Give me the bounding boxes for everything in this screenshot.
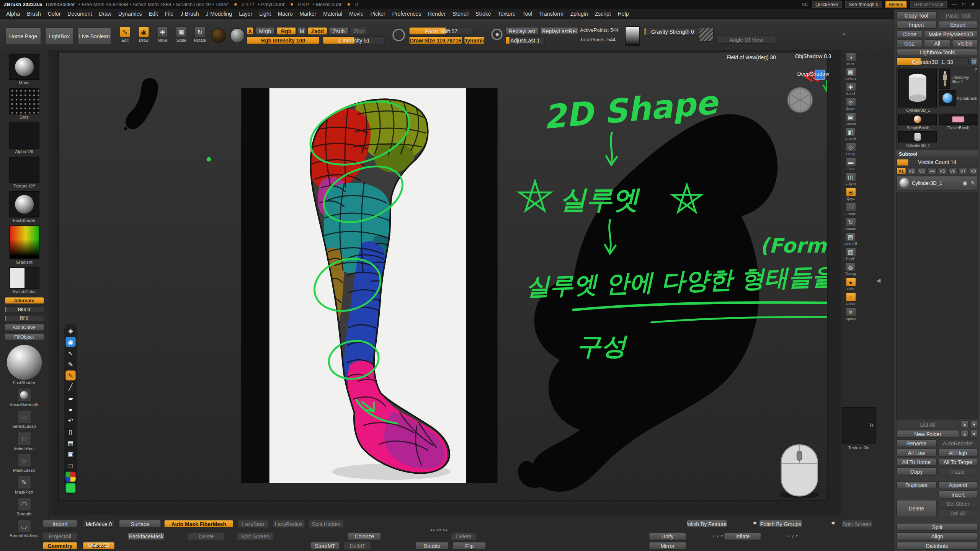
append-button[interactable]: Append [938,481,978,489]
shelf-overflow-arrow[interactable]: » [843,30,845,39]
subtool-list-item[interactable]: Cylinder3D_1 ◉ ✎ [896,176,978,191]
menu-item[interactable]: Zscript [595,10,611,16]
folder-up-arrow[interactable]: ▲ [960,430,969,438]
current-material-sphere[interactable] [7,345,41,380]
alpha-off-thumbnail[interactable] [9,122,39,149]
mirror-button[interactable]: Mirror [649,542,686,550]
version-tab[interactable]: V3 [917,168,926,174]
menu-item[interactable]: Macro [278,10,293,16]
autoreorder-button[interactable]: AutoReorder [938,439,978,447]
cylinder-small-thumbnail[interactable] [898,131,937,142]
shelf-button[interactable]: ✚ Scroll [845,83,856,96]
menu-item[interactable]: Material [323,10,342,16]
version-tab[interactable]: V4 [927,168,937,174]
shelf-button[interactable]: □ Frame [845,202,856,215]
home-page-button[interactable]: Home Page [5,28,41,45]
mask-lasso-icon[interactable]: ◌ [17,453,31,467]
dots-stroke-thumbnail[interactable] [9,88,39,114]
field-of-view-slider[interactable]: Field of view(deg) 30 [716,53,786,61]
annotation-tool-icon[interactable]: ● [65,404,75,414]
lazyradius-slider[interactable]: LazyRadius [273,520,305,528]
import-mesh-button[interactable]: Import [42,520,77,528]
annotation-tool-icon[interactable]: ▰ [65,393,75,403]
texture-off-thumbnail[interactable] [9,157,39,183]
a-tab[interactable]: A [246,27,254,35]
annotation-tool-icon[interactable]: ✎ [65,359,75,369]
shelf-button[interactable]: ↻ Rotate [845,217,856,230]
fillobject-button[interactable]: FillObject [4,333,44,341]
version-tab[interactable]: V7 [958,168,968,174]
annotation-tool-icon[interactable]: ▯ [65,427,75,437]
menus-button[interactable]: Menus [885,1,906,8]
mask-pen-icon[interactable]: ✎ [17,475,31,489]
texture-on-label[interactable]: Texture On [842,445,875,450]
version-tab[interactable]: V5 [938,168,947,174]
tool-r-button[interactable]: R [970,57,978,65]
annotation-tool-icon[interactable]: ↖ [65,348,75,358]
menu-item[interactable]: J-Brush [180,10,199,16]
annotation-tool-icon[interactable]: ✎ [65,370,75,380]
rename-button[interactable]: Rename [896,439,936,447]
mrgb-toggle[interactable]: Mrgb [255,27,275,35]
clone-button[interactable]: Clone [896,30,923,38]
delmt-button[interactable]: DelMT [344,542,371,550]
annotation-tool-icon[interactable]: □ [65,460,75,470]
inflate-slider[interactable]: Inflate [724,532,761,540]
material-thumbnail[interactable] [9,191,39,218]
default-zscript-button[interactable]: DefaultZScript [910,1,947,8]
basic-material-icon[interactable] [17,388,31,402]
replay-last-rel-button[interactable]: ReplayLastRel [540,27,579,35]
subtool-up-arrow[interactable]: ▲ [960,421,969,429]
annotation-tool-icon[interactable]: ▣ [65,449,75,459]
gravity-strength-slider[interactable]: Gravity Strength 0 [644,28,701,36]
obj-shadow-slider[interactable]: ObjShadow 0.3 [789,52,837,60]
mode-button[interactable]: ▣ Scale [174,26,189,44]
subtool-eye-icon[interactable]: ◉ [963,180,967,186]
geometry-tab[interactable]: Geometry [42,542,77,550]
shelf-button[interactable]: ✕ Xpose [845,307,856,320]
list-all-button[interactable]: List All [896,421,959,429]
menu-item[interactable]: Color [48,10,61,16]
annotation-tool-icon[interactable]: ↶ [65,416,75,425]
menu-item[interactable]: Draw [99,10,111,16]
polish-groups-radio[interactable]: ✱ [831,521,835,526]
document-canvas[interactable]: 2D Shape 실루엣 (Form) 실루엣 안에 다양한 형태들을 구성 ◈… [58,52,828,501]
rgb-toggle[interactable]: Rgb [276,27,296,35]
copy-subtool-button[interactable]: Copy [896,467,936,475]
subtool-header[interactable]: Subtool [896,150,978,157]
version-tab[interactable]: V8 [969,168,978,174]
see-through-slider[interactable]: See-through 0 [845,1,882,8]
midvalue-slider[interactable]: MidValue 0 [83,520,115,528]
shelf-button[interactable]: ▦ SPix 3 [845,67,856,80]
eraserbrush-thumbnail[interactable] [939,114,977,125]
goz-button[interactable]: GoZ [896,39,923,47]
lightbox-tools-bar[interactable]: Lightbox▸Tools [896,49,978,56]
shelf-button[interactable]: ⊞ Qxyz [845,187,856,201]
color-gradient-picker[interactable] [9,225,39,259]
m-toggle[interactable]: M [297,27,306,35]
menu-item[interactable]: Stroke [475,10,491,16]
close-icon[interactable]: ✕ [970,2,976,7]
delete-button[interactable]: Delete [896,500,936,517]
menu-item[interactable]: Marker [300,10,317,16]
menu-item[interactable]: Help [618,10,629,16]
gradient-sphere-button[interactable] [230,28,245,43]
anatomy-tool-thumbnail[interactable] [939,69,950,89]
goz-visible-button[interactable]: Visible [952,39,978,47]
z-intensity-slider[interactable]: Z Intensity 51 [322,36,385,44]
rgb-intensity-slider[interactable]: Rgb Intensity 100 [246,36,320,44]
double-button[interactable]: Double [415,542,449,550]
replay-last-button[interactable]: ReplayLast [505,27,539,35]
subtool-down-arrow[interactable]: ▼ [970,421,978,429]
shelf-button[interactable]: ◑ BPR [845,52,856,65]
all-to-home-button[interactable]: All To Home [896,458,936,466]
projectall-button[interactable]: ProjectAll [42,532,77,540]
delete-button-2[interactable]: Delete [451,532,476,540]
version-tab[interactable]: V6 [948,168,957,174]
focal-shift-slider[interactable]: Focal Shift 57 [409,27,474,35]
visible-count-slider[interactable]: Visible Count 14 [896,159,978,166]
mode-button[interactable]: ✎ Edit [118,26,132,44]
texture-thumbnail[interactable]: Te [842,407,875,443]
colorize-button[interactable]: Colorize [348,532,381,540]
backfacemask-button[interactable]: BackfaceMask [127,532,165,540]
